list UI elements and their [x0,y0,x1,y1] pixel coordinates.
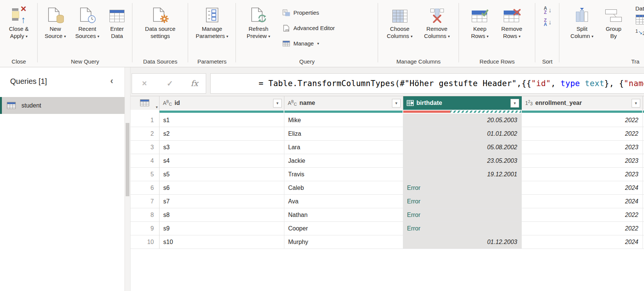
formula-toolbar: × ✓ fx [132,73,206,94]
grid-cell[interactable]: 23.05.2003 [403,154,522,168]
grid-cell[interactable]: s10 [159,235,284,249]
one-to-two-icon[interactable]: 1↘2 [635,28,644,36]
choose-columns-button[interactable]: Choose Columns ▾ [381,2,418,40]
editor-content: × ✓ fx = Table.TransformColumnTypes(#"Hö… [131,67,644,291]
column-quality-bar [522,111,642,113]
sort-ascending-button[interactable]: AZ ↓ [542,6,553,15]
grid-cell[interactable]: Cooper [284,222,403,235]
row-number[interactable]: 10 [131,235,159,249]
grid-cell[interactable]: s8 [159,208,284,222]
grid-cell-error[interactable]: Error [403,181,522,195]
column-header-birthdate[interactable]: birthdate ▾ [403,96,522,110]
grid-cell[interactable]: Ava [284,195,403,208]
fx-icon[interactable]: fx [191,79,198,88]
recent-sources-button[interactable]: Recent Sources ▾ [71,2,104,40]
data-preview-grid: ▾ 1 2 3 4 5 6 7 8 9 10 ABC id ▾ s1 s2 s3 [131,96,644,249]
new-source-button[interactable]: New Source ▾ [40,2,71,40]
grid-cell[interactable]: 20.05.2003 [403,114,522,127]
grid-cell[interactable]: 2022 [522,127,643,141]
grid-cell[interactable]: 2024 [522,235,643,249]
column-header-id[interactable]: ABC id ▾ [159,96,284,110]
sort-descending-button[interactable]: ZA ↓ [542,18,553,27]
filter-button[interactable]: ▾ [632,99,640,108]
column-quality-bar [284,111,402,113]
close-apply-button[interactable]: ×↑ Close & Apply ▾ [8,2,30,40]
grid-cell[interactable]: 2023 [522,168,643,181]
grid-cell[interactable]: s5 [159,168,284,181]
grid-cell[interactable]: 2024 [522,195,643,208]
row-number[interactable]: 7 [131,195,159,208]
grid-cell[interactable]: 05.08.2002 [403,141,522,154]
column-header-enrollment-year[interactable]: 123 enrollment_year ▾ [522,96,643,110]
grid-cell[interactable]: Murphy [284,235,403,249]
refresh-preview-button[interactable]: Refresh Preview ▾ [239,2,278,40]
advanced-editor-button[interactable]: Advanced Editor [283,20,335,36]
scrollbar-thumb[interactable] [126,123,129,196]
manage-query-button[interactable]: Manage ▾ [283,36,335,51]
cancel-formula-button[interactable]: × [140,78,149,89]
enter-data-button[interactable]: Enter Data [104,2,130,39]
grid-cell[interactable]: Mike [284,114,403,127]
row-number[interactable]: 6 [131,181,159,195]
manage-parameters-button[interactable]: Manage Parameters ▾ [190,2,234,40]
grid-cell[interactable]: Travis [284,168,403,181]
filter-caret-icon: ▾ [395,101,398,105]
data-type-label[interactable]: Dat [635,5,644,12]
formula-input[interactable]: = Table.TransformColumnTypes(#"Höher ges… [210,73,644,94]
grid-cell[interactable]: Lara [284,141,403,154]
grid-cell[interactable]: s4 [159,154,284,168]
row-number[interactable]: 4 [131,154,159,168]
row-number[interactable]: 9 [131,222,159,235]
grid-cell[interactable]: s9 [159,222,284,235]
grid-cell[interactable]: s3 [159,141,284,154]
select-all-corner[interactable]: ▾ [131,96,159,110]
code-token-string: "id" [531,79,551,88]
grid-cell[interactable]: 2022 [522,222,643,235]
grid-cell[interactable]: 2023 [522,141,643,154]
filter-button[interactable]: ▾ [392,99,401,108]
grid-cell-error[interactable]: Error [403,208,522,222]
remove-columns-icon [429,8,445,23]
grid-cell-error[interactable]: Error [403,222,522,235]
grid-cell[interactable]: 2023 [522,154,643,168]
row-number[interactable]: 1 [131,114,159,127]
row-number[interactable]: 3 [131,141,159,154]
filter-button[interactable]: ▾ [273,99,282,108]
choose-columns-icon [392,9,408,23]
grid-cell[interactable]: Caleb [284,181,403,195]
collapse-pane-button[interactable]: ‹ [108,76,115,85]
grid-cell[interactable]: s6 [159,181,284,195]
row-number[interactable]: 8 [131,208,159,222]
grid-cell[interactable]: Jackie [284,154,403,168]
grid-cell[interactable]: 19.12.2001 [403,168,522,181]
ribbon-group-query: Refresh Preview ▾ Properties [236,0,378,67]
remove-rows-button[interactable]: Remove Rows ▾ [495,2,529,40]
vertical-scrollbar[interactable] [125,67,131,291]
grid-cell[interactable]: 2022 [522,114,643,127]
grid-cell[interactable]: 01.01.2002 [403,127,522,141]
split-column-button[interactable]: Split Column ▾ [564,2,600,40]
grid-cell[interactable]: s7 [159,195,284,208]
remove-columns-button[interactable]: Remove Columns ▾ [418,2,456,40]
code-token: = Table.TransformColumnTypes(#"Höher ges… [259,79,532,88]
commit-formula-button[interactable]: ✓ [164,79,175,88]
grid-cell[interactable]: s2 [159,127,284,141]
grid-cell-error[interactable]: Error [403,195,522,208]
grid-cell[interactable]: s1 [159,114,284,127]
query-item-student[interactable]: student [0,97,125,114]
column-header-name[interactable]: ABC name ▾ [284,96,403,110]
column-id: ABC id ▾ s1 s2 s3 s4 s5 s6 s7 s8 s9 s10 [159,96,284,249]
properties-button[interactable]: Properties [283,5,335,20]
row-number[interactable]: 2 [131,127,159,141]
group-by-button[interactable]: Group By [600,2,627,39]
grid-cell[interactable]: 2024 [522,181,643,195]
grid-cell[interactable]: Eliza [284,127,403,141]
grid-cell[interactable]: Nathan [284,208,403,222]
filter-button[interactable]: ▾ [510,99,519,108]
grid-cell[interactable]: 01.12.2003 [403,235,522,249]
data-source-settings-button[interactable]: Data source settings [136,2,185,39]
sort-za-icon: ZA [543,18,548,27]
grid-cell[interactable]: 2022 [522,208,643,222]
row-number[interactable]: 5 [131,168,159,181]
keep-rows-button[interactable]: Keep Rows ▾ [465,2,495,40]
